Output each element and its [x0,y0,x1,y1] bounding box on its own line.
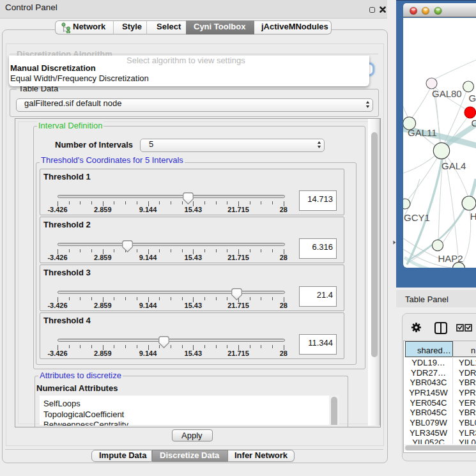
svg-text:G.: G. [469,93,476,104]
svg-text:H: H [470,211,476,222]
svg-text:GAL11: GAL11 [408,127,437,138]
svg-text:GAL4: GAL4 [441,160,466,171]
svg-text:GCY1: GCY1 [404,212,430,223]
svg-text:HAP2: HAP2 [438,253,463,264]
svg-text:C: C [472,118,476,128]
svg-text:GAL80: GAL80 [432,88,462,99]
